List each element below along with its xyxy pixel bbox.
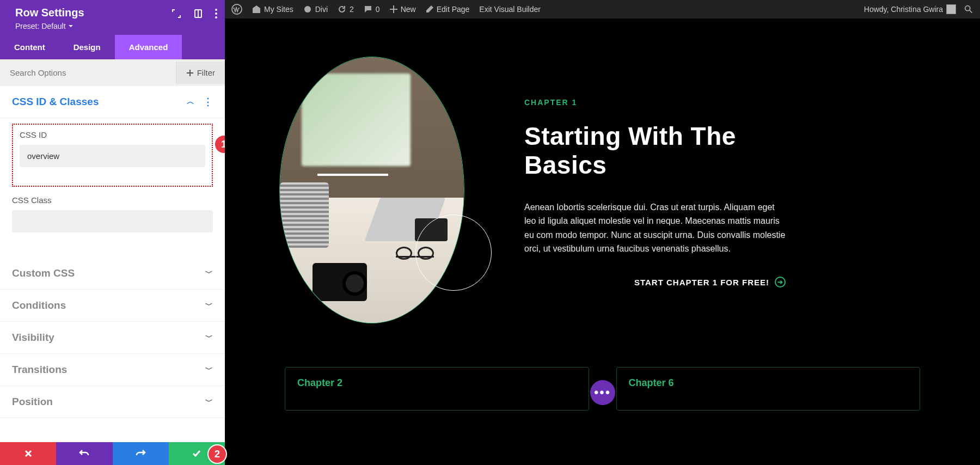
site-name-link[interactable]: Divi bbox=[303, 5, 328, 14]
redo-icon bbox=[135, 448, 146, 459]
chapter-badge: CHAPTER 1 bbox=[524, 98, 786, 107]
tab-content[interactable]: Content bbox=[0, 35, 59, 59]
new-label: New bbox=[401, 5, 416, 14]
chevron-down-icon: ﹀ bbox=[205, 397, 213, 407]
chapter-text: CHAPTER 1 Starting With The Basics Aenea… bbox=[524, 98, 786, 287]
section-visibility[interactable]: Visibility ﹀ bbox=[0, 322, 225, 354]
css-id-label: CSS ID bbox=[20, 130, 205, 139]
section-conditions[interactable]: Conditions ﹀ bbox=[0, 290, 225, 322]
search-input[interactable] bbox=[0, 59, 176, 86]
chapter-cta-button[interactable]: START CHAPTER 1 FOR FREE! ➔ bbox=[524, 277, 786, 287]
admin-search-icon[interactable] bbox=[964, 4, 973, 14]
chevron-down-icon: ﹀ bbox=[205, 333, 213, 342]
ellipsis-icon: ••• bbox=[594, 385, 611, 400]
preset-dropdown[interactable]: Preset: Default bbox=[15, 22, 74, 30]
chapter-image-wrap bbox=[258, 40, 486, 345]
chapter-hero-row: CHAPTER 1 Starting With The Basics Aenea… bbox=[225, 19, 980, 345]
row-settings-panel: Row Settings Preset: Default Content Des… bbox=[0, 0, 225, 465]
section-css-id-classes[interactable]: CSS ID & Classes ︿ ⋮ bbox=[0, 86, 225, 118]
section-kebab-icon[interactable]: ⋮ bbox=[203, 96, 213, 108]
check-icon bbox=[192, 449, 201, 458]
updates-count: 2 bbox=[350, 5, 354, 14]
card-title: Chapter 6 bbox=[629, 377, 908, 389]
section-label: Conditions bbox=[12, 299, 66, 311]
annotation-badge-1: 1 bbox=[215, 136, 225, 153]
chevron-down-icon: ﹀ bbox=[205, 268, 213, 278]
card-title: Chapter 2 bbox=[297, 377, 577, 389]
edit-page-link[interactable]: Edit Page bbox=[426, 5, 470, 14]
expand-icon[interactable] bbox=[171, 9, 181, 19]
exit-visual-builder-link[interactable]: Exit Visual Builder bbox=[479, 5, 541, 14]
svg-point-5 bbox=[215, 13, 217, 15]
arrow-right-icon: ➔ bbox=[775, 277, 786, 287]
decorative-circle bbox=[415, 215, 492, 291]
css-class-label: CSS Class bbox=[12, 195, 213, 205]
close-icon bbox=[24, 449, 33, 458]
annotation-highlight-1: CSS ID bbox=[12, 124, 213, 187]
site-name-label: Divi bbox=[315, 5, 328, 14]
user-avatar-icon bbox=[946, 4, 956, 14]
page-preview: CHAPTER 1 Starting With The Basics Aenea… bbox=[225, 19, 980, 465]
responsive-icon[interactable] bbox=[193, 9, 203, 19]
chevron-up-icon: ︿ bbox=[187, 97, 194, 107]
search-row: Filter bbox=[0, 59, 225, 86]
panel-header: Row Settings Preset: Default bbox=[0, 0, 225, 35]
section-label: Transitions bbox=[12, 364, 67, 376]
chapter-cta-label: START CHAPTER 1 FOR FREE! bbox=[634, 278, 769, 287]
section-transitions[interactable]: Transitions ﹀ bbox=[0, 354, 225, 386]
section-label: Position bbox=[12, 396, 53, 408]
panel-tabs: Content Design Advanced bbox=[0, 35, 225, 59]
section-position[interactable]: Position ﹀ bbox=[0, 386, 225, 418]
filter-button[interactable]: Filter bbox=[176, 62, 225, 84]
chevron-down-icon: ﹀ bbox=[205, 301, 213, 310]
filter-label: Filter bbox=[197, 68, 215, 77]
panel-body: CSS ID & Classes ︿ ⋮ CSS ID 1 CSS Class … bbox=[0, 86, 225, 442]
kebab-menu-icon[interactable] bbox=[215, 9, 217, 19]
tab-design[interactable]: Design bbox=[59, 35, 115, 59]
undo-icon bbox=[79, 448, 90, 459]
my-sites-label: My Sites bbox=[264, 5, 293, 14]
section-label: CSS ID & Classes bbox=[12, 96, 99, 108]
css-class-input[interactable] bbox=[12, 210, 213, 233]
divi-fab-button[interactable]: ••• bbox=[590, 380, 615, 405]
svg-point-4 bbox=[215, 9, 217, 11]
decorative-line bbox=[317, 174, 388, 176]
svg-point-6 bbox=[215, 16, 217, 19]
svg-point-2 bbox=[965, 6, 970, 11]
undo-button[interactable] bbox=[56, 442, 112, 465]
howdy-label: Howdy, Christina Gwira bbox=[864, 5, 943, 14]
updates-link[interactable]: 2 bbox=[338, 5, 354, 14]
chapter-description: Aenean lobortis scelerisque dui. Cras ut… bbox=[524, 200, 786, 256]
chapter-card[interactable]: Chapter 2 bbox=[285, 367, 589, 411]
cancel-button[interactable] bbox=[0, 442, 56, 465]
my-sites-link[interactable]: My Sites bbox=[252, 5, 293, 14]
howdy-user-link[interactable]: Howdy, Christina Gwira bbox=[864, 4, 956, 14]
edit-page-label: Edit Page bbox=[437, 5, 470, 14]
redo-button[interactable] bbox=[113, 442, 169, 465]
new-content-link[interactable]: New bbox=[390, 5, 416, 14]
exit-vb-label: Exit Visual Builder bbox=[479, 5, 541, 14]
section-label: Visibility bbox=[12, 332, 54, 344]
panel-footer: 2 bbox=[0, 442, 225, 465]
wp-admin-bar: My Sites Divi 2 0 New Edit Page Exit Vis… bbox=[225, 0, 980, 19]
chapter-title: Starting With The Basics bbox=[524, 122, 786, 180]
chapter-card[interactable]: Chapter 6 bbox=[616, 367, 921, 411]
svg-point-1 bbox=[304, 6, 311, 13]
section-custom-css[interactable]: Custom CSS ﹀ bbox=[0, 258, 225, 290]
comments-count: 0 bbox=[376, 5, 380, 14]
tab-advanced[interactable]: Advanced bbox=[115, 35, 182, 59]
wp-logo-icon[interactable] bbox=[231, 4, 242, 15]
annotation-badge-2: 2 bbox=[209, 445, 226, 463]
preset-label: Preset: Default bbox=[15, 22, 66, 30]
comments-link[interactable]: 0 bbox=[364, 5, 380, 14]
css-id-input[interactable] bbox=[20, 145, 205, 167]
section-label: Custom CSS bbox=[12, 267, 75, 279]
chevron-down-icon: ﹀ bbox=[205, 365, 213, 375]
